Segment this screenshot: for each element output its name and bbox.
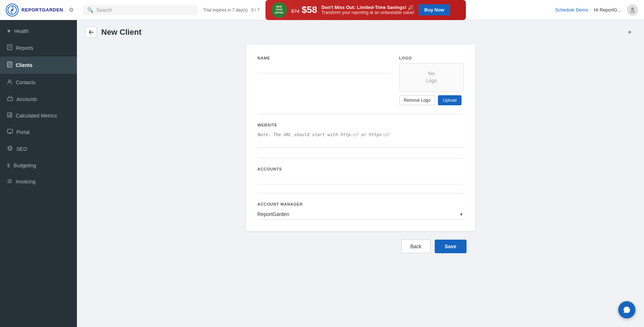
sidebar-label-portal: Portal xyxy=(16,129,30,135)
contacts-icon xyxy=(7,79,12,86)
new-client-form: NAME LOGO NoLogo Remove Logo Upload xyxy=(246,44,475,231)
sidebar-label-contacts: Contacts xyxy=(16,80,35,85)
website-label: WEBSITE xyxy=(258,123,464,127)
sidebar-item-reports[interactable]: Reports xyxy=(0,39,77,57)
logo-buttons: Remove Logo Upload xyxy=(399,95,464,105)
logo-preview: NoLogo xyxy=(399,63,464,92)
hi-user-text: Hi ReportG... xyxy=(594,7,621,13)
divider-3 xyxy=(258,193,464,193)
calculated-metrics-icon xyxy=(7,112,12,119)
sidebar-label-reports: Reports xyxy=(16,45,33,51)
main-content: New Client + NAME LOGO NoLogo Remove Log… xyxy=(77,20,644,327)
accounts-input[interactable] xyxy=(258,174,464,184)
sidebar-item-calculated-metrics[interactable]: Calculated Metrics xyxy=(0,107,77,124)
navbar-right: Schedule Demo Hi ReportG... xyxy=(555,4,638,16)
account-manager-select[interactable]: ReportGarden xyxy=(258,209,464,220)
form-footer: Back Save xyxy=(246,240,475,262)
invoicing-icon xyxy=(7,178,12,185)
website-input[interactable] xyxy=(258,130,464,148)
search-area[interactable]: 🔍 Search xyxy=(83,5,197,15)
sidebar-item-budgeting[interactable]: $ Budgeting xyxy=(0,158,77,173)
reports-icon xyxy=(7,44,12,52)
page-header: New Client + xyxy=(77,20,644,44)
svg-rect-12 xyxy=(8,98,13,101)
trial-info: Trial expires in 7 day(s) 0 / 7 xyxy=(203,8,260,13)
buy-now-button[interactable]: Buy Now xyxy=(419,4,450,15)
sidebar-item-accounts[interactable]: Accounts xyxy=(0,91,77,107)
app-body: ♥ Health Reports Clients xyxy=(0,20,644,327)
accounts-group: ACCOUNTS xyxy=(258,167,464,184)
sidebar-label-invoicing: Invoicing xyxy=(16,179,35,184)
sidebar-label-clients: Clients xyxy=(16,62,33,68)
sidebar-item-seo[interactable]: SEO xyxy=(0,140,77,158)
no-logo-text: NoLogo xyxy=(426,70,437,84)
page-title: New Client xyxy=(101,28,141,37)
promo-banner: NEW YEAR OFFER $74 $58 Don't Miss Out: L… xyxy=(265,0,466,20)
logo-label: LOGO xyxy=(399,56,464,60)
search-placeholder: Search xyxy=(96,7,112,13)
back-footer-button[interactable]: Back xyxy=(401,240,430,253)
sidebar: ♥ Health Reports Clients xyxy=(0,20,77,327)
accounts-icon xyxy=(7,96,13,102)
logo-area: REPORTGARDEN ⚙ xyxy=(6,4,77,16)
sidebar-item-portal[interactable]: Portal xyxy=(0,124,77,140)
account-manager-group: ACCOUNT MANAGER ReportGarden ▼ xyxy=(258,202,464,220)
schedule-demo-link[interactable]: Schedule Demo xyxy=(555,7,589,13)
accounts-label: ACCOUNTS xyxy=(258,167,464,171)
logo-group: LOGO NoLogo Remove Logo Upload xyxy=(399,56,464,105)
heart-icon: ♥ xyxy=(7,28,11,34)
sidebar-label-health: Health xyxy=(14,28,29,34)
name-logo-row: NAME LOGO NoLogo Remove Logo Upload xyxy=(258,56,464,105)
remove-logo-button[interactable]: Remove Logo xyxy=(399,95,435,105)
svg-point-2 xyxy=(631,8,634,10)
navbar: REPORTGARDEN ⚙ 🔍 Search Trial expires in… xyxy=(0,0,644,20)
divider-1 xyxy=(258,114,464,114)
budgeting-icon: $ xyxy=(7,163,10,168)
portal-icon xyxy=(7,129,13,135)
promo-price: $74 $58 xyxy=(291,4,317,15)
clients-icon xyxy=(7,62,12,69)
sidebar-item-clients[interactable]: Clients xyxy=(0,57,77,74)
upload-button[interactable]: Upload xyxy=(438,95,462,105)
search-icon: 🔍 xyxy=(87,7,93,13)
name-group: NAME xyxy=(258,56,391,105)
new-year-badge: NEW YEAR OFFER xyxy=(271,2,287,18)
svg-point-1 xyxy=(11,9,13,11)
sidebar-item-health[interactable]: ♥ Health xyxy=(0,23,77,39)
name-label: NAME xyxy=(258,56,391,60)
sidebar-label-calculated-metrics: Calculated Metrics xyxy=(16,113,57,119)
website-group: WEBSITE xyxy=(258,123,464,149)
sidebar-item-contacts[interactable]: Contacts xyxy=(0,74,77,91)
seo-icon xyxy=(7,145,13,153)
chat-bubble-button[interactable] xyxy=(618,301,635,318)
account-manager-label: ACCOUNT MANAGER xyxy=(258,202,464,206)
plus-button[interactable]: + xyxy=(624,27,635,38)
divider-2 xyxy=(258,158,464,158)
back-button[interactable] xyxy=(86,27,97,38)
gear-button[interactable]: ⚙ xyxy=(66,5,76,15)
svg-rect-17 xyxy=(8,129,13,133)
logo-icon xyxy=(6,4,19,16)
name-input[interactable] xyxy=(258,63,391,73)
promo-text: Don't Miss Out: Limited-Time Savings! 🎉 … xyxy=(321,5,414,15)
sidebar-label-budgeting: Budgeting xyxy=(14,163,36,168)
sidebar-label-seo: SEO xyxy=(16,146,27,152)
sidebar-item-invoicing[interactable]: Invoicing xyxy=(0,173,77,190)
sidebar-label-accounts: Accounts xyxy=(16,96,37,102)
logo-text: REPORTGARDEN xyxy=(21,7,63,13)
save-button[interactable]: Save xyxy=(435,240,467,253)
user-avatar[interactable] xyxy=(627,4,638,16)
account-manager-wrapper: ReportGarden ▼ xyxy=(258,209,464,220)
svg-point-11 xyxy=(9,80,11,82)
